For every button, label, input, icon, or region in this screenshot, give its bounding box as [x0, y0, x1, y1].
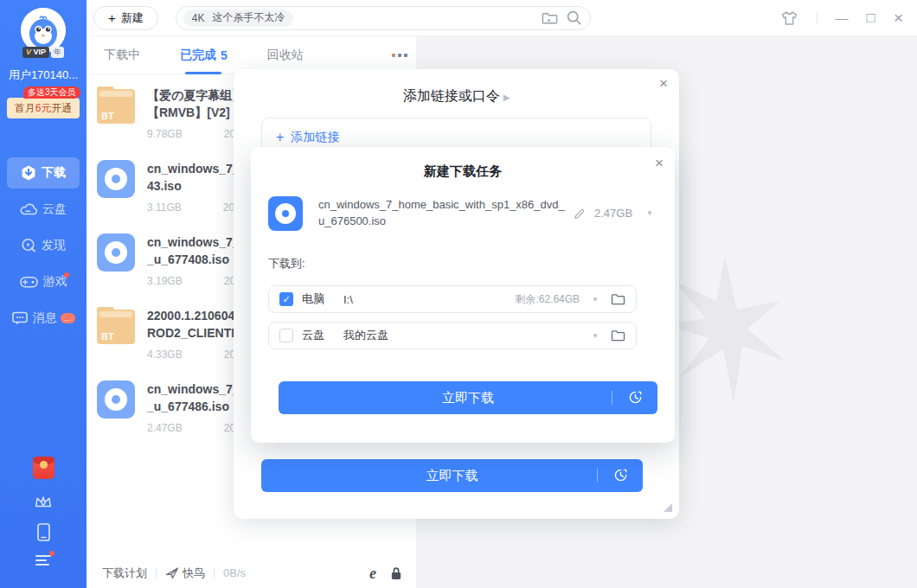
promo-badge: 多送3天会员: [23, 86, 80, 99]
sidebar-item-messages[interactable]: 消息 …: [7, 303, 80, 334]
save-path: I:\: [343, 293, 353, 306]
chevron-down-icon[interactable]: ▼: [592, 296, 599, 304]
task-size: 3.19GB: [147, 275, 183, 287]
chevron-right-icon[interactable]: ▶: [503, 93, 510, 102]
search-icon[interactable]: [567, 10, 581, 25]
dialog-title: 添加链接或口令▶: [234, 87, 679, 105]
crown-icon[interactable]: [33, 493, 54, 509]
task-size: 9.78GB: [147, 128, 183, 140]
new-task-button[interactable]: + 新建: [93, 6, 158, 30]
starburst-graphic: [664, 256, 786, 403]
gamepad-icon: [20, 275, 38, 289]
menu-icon[interactable]: [35, 555, 51, 567]
notification-dot: [49, 551, 55, 556]
task-size: 2.47GB: [147, 422, 183, 434]
tab-downloading[interactable]: 下载中: [104, 36, 140, 74]
search-hotword[interactable]: 4K这个杀手不太冷: [183, 10, 294, 27]
speed-bird-icon: [165, 566, 179, 579]
download-to-label: 下载到:: [268, 256, 305, 272]
sidebar-item-download[interactable]: 下载: [7, 157, 80, 189]
file-row: cn_windows_7_home_basic_with_sp1_x86_dvd…: [268, 196, 657, 231]
username[interactable]: 用户170140...: [0, 67, 87, 83]
divider: [597, 469, 598, 483]
folder-browse-icon[interactable]: [611, 329, 625, 342]
sidebar-item-games[interactable]: 游戏: [7, 266, 80, 297]
download-speed: 0B/s: [223, 566, 246, 579]
sidebar-item-cloud[interactable]: 云盘: [7, 194, 80, 225]
destination-row-computer[interactable]: ✓ 电脑 I:\ 剩余:62.64GB ▼: [268, 285, 637, 313]
folder-star-icon[interactable]: [542, 11, 558, 25]
chevron-down-icon[interactable]: ▼: [592, 332, 599, 340]
sidebar-bottom-icons: [0, 457, 87, 567]
checkbox-checked[interactable]: ✓: [279, 292, 293, 306]
task-size: 3.11GB: [147, 201, 182, 214]
sidebar-nav: 下载 云盘 发现 游戏: [7, 157, 80, 339]
download-now-button[interactable]: 立即下载: [261, 459, 643, 492]
chevron-down-icon[interactable]: ▼: [646, 209, 653, 231]
window-controls: — □ ×: [780, 10, 903, 26]
red-packet-icon[interactable]: [33, 457, 55, 479]
sidebar-item-discover[interactable]: 发现: [7, 230, 80, 261]
iso-file-icon: [97, 380, 135, 419]
destination-row-cloud[interactable]: 云盘 我的云盘 ▼: [268, 322, 637, 349]
divider: [817, 12, 818, 24]
search-input[interactable]: 4K这个杀手不太冷: [176, 6, 591, 30]
vip-badges[interactable]: V VIP 年: [0, 47, 87, 58]
schedule-clock-icon[interactable]: [628, 390, 643, 405]
discover-icon: [21, 238, 36, 253]
skin-theme-icon[interactable]: [780, 10, 798, 26]
vip-badge: V VIP: [22, 47, 49, 58]
message-count-badge: …: [61, 313, 75, 323]
download-icon: [21, 165, 36, 181]
file-name: cn_windows_7_home_basic_with_sp1_x86_dvd…: [318, 196, 568, 231]
download-now-button[interactable]: 立即下载: [279, 381, 657, 414]
speed-bird-link[interactable]: 快鸟: [183, 566, 205, 581]
iso-file-icon: [97, 160, 135, 198]
edit-pencil-icon[interactable]: [573, 208, 586, 220]
close-window-button[interactable]: ×: [894, 10, 903, 26]
divider: [612, 391, 612, 405]
tab-recycle-bin[interactable]: 回收站: [267, 36, 304, 74]
cloud-icon: [20, 202, 37, 216]
vip-year-badge: 年: [51, 47, 64, 58]
checkbox-unchecked[interactable]: [279, 329, 293, 342]
free-space: 剩余:62.64GB: [515, 292, 580, 307]
plus-icon: +: [108, 10, 116, 25]
plus-icon: +: [276, 130, 284, 145]
bt-folder-icon: BT: [97, 89, 135, 124]
task-size: 4.33GB: [147, 348, 183, 361]
save-path: 我的云盘: [343, 328, 388, 343]
iso-file-icon: [97, 233, 135, 272]
download-plan-link[interactable]: 下载计划: [102, 566, 147, 581]
iso-file-icon: [268, 196, 303, 231]
lock-icon[interactable]: [390, 566, 402, 580]
file-size: 2.47GB: [594, 207, 632, 231]
sidebar: V VIP 年 用户170140... 多送3天会员 首月6元开通 下载 云盘: [0, 0, 87, 588]
add-link-button[interactable]: + 添加链接: [276, 130, 637, 145]
folder-browse-icon[interactable]: [611, 293, 625, 305]
titlebar: + 新建 4K这个杀手不太冷 — □ ×: [87, 0, 917, 36]
phone-icon[interactable]: [37, 523, 50, 541]
active-tab-underline: [185, 72, 221, 74]
schedule-clock-icon[interactable]: [613, 468, 628, 483]
ie-browser-icon[interactable]: e: [369, 566, 376, 581]
resize-handle[interactable]: [664, 503, 672, 512]
message-icon: [12, 311, 28, 325]
new-download-task-dialog: × 新建下载任务 cn_windows_7_home_basic_with_sp…: [251, 147, 675, 443]
more-options-icon[interactable]: [392, 54, 407, 57]
minimize-button[interactable]: —: [836, 11, 849, 24]
dialog-title: 新建下载任务: [251, 163, 675, 180]
maximize-button[interactable]: □: [867, 10, 875, 25]
status-bar: 下载计划 快鸟 0B/s e: [87, 558, 416, 588]
tab-completed[interactable]: 已完成5: [180, 36, 228, 74]
bt-folder-icon: BT: [97, 310, 135, 344]
vip-promo-button[interactable]: 首月6元开通: [7, 98, 80, 118]
notification-dot: [64, 272, 69, 278]
